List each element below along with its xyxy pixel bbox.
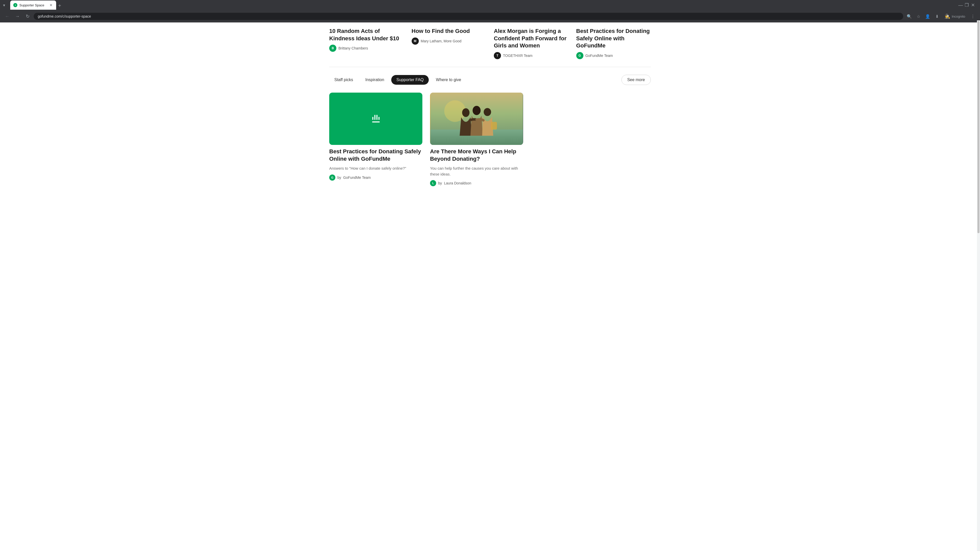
tab-favicon [13, 3, 18, 7]
browser-window: ▾ Supporter Space ✕ + — ❐ ✕ ← → ↻ gofund… [0, 0, 980, 22]
reload-btn[interactable]: ↻ [24, 12, 32, 21]
see-more-button[interactable]: See more [621, 75, 651, 85]
top-article-3[interactable]: Alex Morgan is Forging a Confident Path … [494, 27, 569, 59]
incognito-icon: 🕵 [945, 14, 950, 19]
article-card-author-1: G by GoFundMe Team [329, 175, 422, 181]
top-article-title-2: How to Find the Good [412, 27, 487, 35]
top-article-title-3: Alex Morgan is Forging a Confident Path … [494, 27, 569, 49]
browser-toolbar: ← → ↻ gofundme.com/c/supporter-space 🔍 ☆… [0, 10, 980, 22]
thumbnail-green-bg [329, 93, 422, 145]
author-name-2: Mary Latham, More Good [421, 39, 462, 43]
thumbnail-photo-bg [430, 93, 523, 145]
top-article-2[interactable]: How to Find the Good M Mary Latham, More… [412, 27, 487, 59]
article-card-title-2: Are There More Ways I Can Help Beyond Do… [430, 148, 523, 162]
menu-icon[interactable]: ⋮ [969, 12, 977, 21]
nav-expand-btn[interactable]: ▾ [0, 1, 8, 10]
tab-where-to-give[interactable]: Where to give [431, 75, 466, 85]
window-controls: — ❐ ✕ [953, 0, 980, 10]
tabs-section: Staff picks Inspiration Supporter FAQ Wh… [329, 67, 651, 192]
tabs-nav: Staff picks Inspiration Supporter FAQ Wh… [329, 75, 466, 85]
incognito-badge: 🕵 Incognito [942, 13, 968, 20]
bookmark-icon[interactable]: ☆ [915, 12, 923, 21]
card-author-avatar-2: L [430, 180, 436, 186]
download-icon[interactable]: ⬇ [933, 12, 941, 21]
top-article-title-1: 10 Random Acts of Kindness Ideas Under $… [329, 27, 404, 42]
author-avatar-2: M [412, 38, 419, 44]
top-article-1[interactable]: 10 Random Acts of Kindness Ideas Under $… [329, 27, 404, 59]
new-tab-btn[interactable]: + [56, 2, 63, 10]
browser-titlebar: ▾ Supporter Space ✕ + — ❐ ✕ [0, 0, 980, 10]
incognito-label: Incognito [952, 14, 965, 18]
article-card-1[interactable]: Best Practices for Donating Safely Onlin… [329, 93, 422, 186]
page-content: 10 Random Acts of Kindness Ideas Under $… [324, 22, 656, 191]
author-name-3: TOGETHXR Team [503, 54, 532, 58]
address-text: gofundme.com/c/supporter-space [38, 14, 899, 18]
scrollbar-thumb[interactable] [977, 21, 980, 191]
article-thumbnail-2 [430, 93, 523, 145]
toolbar-icons: 🔍 ☆ 👤 ⬇ 🕵 Incognito ⋮ [905, 12, 977, 21]
scrollbar[interactable] [977, 21, 980, 191]
search-icon[interactable]: 🔍 [905, 12, 913, 21]
article-card-desc-1: Answers to "How can I donate safely onli… [329, 165, 422, 171]
card-author-prefix-2: by [438, 181, 442, 185]
minimize-btn[interactable]: — [958, 2, 964, 8]
forward-btn[interactable]: → [13, 12, 21, 21]
browser-tabs-row: Supporter Space ✕ + [8, 0, 953, 10]
article-card-author-2: L by Laura Donaldson [430, 180, 523, 186]
article-card-desc-2: You can help further the causes you care… [430, 165, 523, 177]
back-btn[interactable]: ← [3, 12, 11, 21]
profile-icon[interactable]: 👤 [924, 12, 932, 21]
svg-point-5 [484, 108, 491, 116]
gfm-base [372, 121, 380, 122]
tab-staff-picks[interactable]: Staff picks [329, 75, 358, 85]
address-bar[interactable]: gofundme.com/c/supporter-space [34, 13, 903, 20]
article-card-2[interactable]: Are There More Ways I Can Help Beyond Do… [430, 93, 523, 186]
maximize-btn[interactable]: ❐ [964, 2, 970, 8]
top-article-author-3: T TOGETHXR Team [494, 52, 569, 59]
close-btn[interactable]: ✕ [970, 2, 976, 8]
svg-point-3 [462, 108, 469, 117]
top-article-author-1: B Brittany Chambers [329, 44, 404, 52]
author-avatar-3: T [494, 52, 501, 59]
top-articles-section: 10 Random Acts of Kindness Ideas Under $… [329, 22, 651, 67]
svg-rect-6 [491, 122, 497, 130]
friends-photo-svg [430, 93, 523, 145]
top-article-4[interactable]: Best Practices for Donating Safely Onlin… [576, 27, 651, 59]
top-article-author-2: M Mary Latham, More Good [412, 38, 487, 44]
browser-tab-active[interactable]: Supporter Space ✕ [10, 0, 56, 10]
tab-close-btn[interactable]: ✕ [49, 3, 53, 7]
tab-supporter-faq[interactable]: Supporter FAQ [391, 75, 429, 85]
top-article-title-4: Best Practices for Donating Safely Onlin… [576, 27, 651, 49]
tab-inspiration[interactable]: Inspiration [360, 75, 390, 85]
author-avatar-4: G [576, 52, 584, 59]
svg-point-4 [473, 106, 480, 115]
card-author-prefix-1: by [337, 176, 341, 179]
gfm-rays [372, 115, 380, 120]
author-name-4: GoFundMe Team [585, 54, 613, 58]
card-author-name-1: GoFundMe Team [343, 176, 371, 179]
tabs-header: Staff picks Inspiration Supporter FAQ Wh… [329, 75, 651, 85]
tab-title: Supporter Space [19, 3, 47, 7]
card-author-avatar-1: G [329, 175, 335, 181]
card-author-name-2: Laura Donaldson [444, 181, 471, 185]
articles-grid: Best Practices for Donating Safely Onlin… [329, 93, 523, 186]
article-thumbnail-1 [329, 93, 422, 145]
gofundme-logo-icon [372, 115, 380, 122]
article-card-title-1: Best Practices for Donating Safely Onlin… [329, 148, 422, 162]
author-avatar-1: B [329, 44, 336, 52]
author-name-1: Brittany Chambers [339, 46, 368, 50]
top-article-author-4: G GoFundMe Team [576, 52, 651, 59]
